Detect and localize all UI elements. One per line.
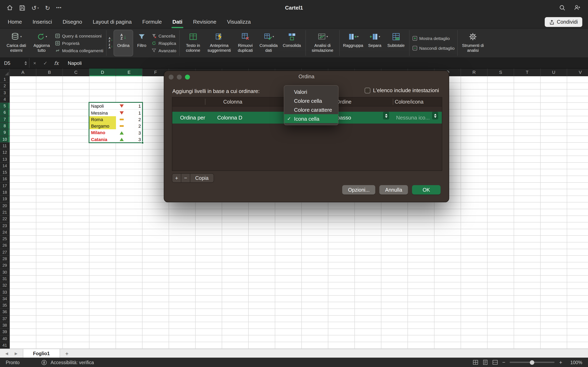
row-header-40[interactable]: 40 xyxy=(0,335,10,342)
row-header-32[interactable]: 32 xyxy=(0,282,10,289)
column-header-R[interactable]: R xyxy=(461,68,488,76)
ordina-button[interactable]: AZ ↓ Ordina xyxy=(114,30,133,56)
popup-item-colore-cella[interactable]: Colore cella xyxy=(284,96,338,105)
cell-E9[interactable]: 3 xyxy=(116,129,143,136)
cell-E7[interactable]: 2 xyxy=(116,116,143,123)
row-header-24[interactable]: 24 xyxy=(0,229,10,236)
cancella-button[interactable]: Cancella xyxy=(151,33,176,38)
column-header-E[interactable]: E xyxy=(116,68,143,76)
sort-ascending-button[interactable]: AZ ↓ xyxy=(109,37,113,42)
cell-D8[interactable]: Bergamo xyxy=(89,123,116,129)
separa-button[interactable]: ▾ Separa xyxy=(365,30,385,56)
row-header-36[interactable]: 36 xyxy=(0,309,10,316)
menu-tab-home[interactable]: Home xyxy=(2,16,27,28)
testo-colonne-button[interactable]: Testo in colonne xyxy=(182,30,205,56)
row-header-17[interactable]: 17 xyxy=(0,183,10,189)
row-header-26[interactable]: 26 xyxy=(0,242,10,249)
color-icon-dropdown-stepper-icon[interactable] xyxy=(432,112,438,119)
anteprima-suggerimenti-button[interactable]: Anteprima suggerimenti xyxy=(205,30,234,56)
sheet-tab-foglio1[interactable]: Foglio1 xyxy=(23,349,60,358)
page-break-view-icon[interactable] xyxy=(493,360,498,365)
next-sheet-icon[interactable]: ▶ xyxy=(15,351,17,355)
row-header-23[interactable]: 23 xyxy=(0,222,10,229)
popup-item-colore-carattere[interactable]: Colore carattere xyxy=(284,105,338,114)
zoom-in-icon[interactable]: + xyxy=(559,359,562,365)
home-icon[interactable] xyxy=(7,4,13,11)
previous-sheet-icon[interactable]: ◀ xyxy=(5,351,8,355)
cell-D5[interactable]: Napoli xyxy=(89,103,116,109)
rimuovi-duplicati-button[interactable]: Rimuovi duplicati xyxy=(234,30,257,56)
zoom-slider-thumb[interactable] xyxy=(530,360,535,365)
column-dropdown-value[interactable]: Colonna D xyxy=(217,112,242,124)
convalida-dati-button[interactable]: ▾ Convalida dati xyxy=(257,30,281,56)
column-header-S[interactable]: S xyxy=(488,68,514,76)
subtotale-button[interactable]: Subtotale xyxy=(385,30,407,56)
row-header-27[interactable]: 27 xyxy=(0,249,10,256)
headers-checkbox[interactable] xyxy=(364,87,370,93)
select-all-corner[interactable] xyxy=(0,68,10,76)
row-header-20[interactable]: 20 xyxy=(0,202,10,209)
menu-tab-disegno[interactable]: Disegno xyxy=(57,16,87,28)
add-sheet-button[interactable]: + xyxy=(60,349,74,358)
search-icon[interactable] xyxy=(559,4,566,11)
row-header-7[interactable]: 7 xyxy=(0,116,10,123)
sort-descending-button[interactable]: ZA ↓ xyxy=(109,44,113,49)
consolida-button[interactable]: Consolida xyxy=(281,30,303,56)
color-icon-dropdown-value[interactable]: Nessuna ico... xyxy=(396,112,430,124)
remove-level-button[interactable]: − xyxy=(181,173,190,183)
aggiorna-tutto-button[interactable]: ▾ Aggiorna tutto xyxy=(29,30,54,56)
carica-dati-button[interactable]: ▾ Carica dati esterni xyxy=(4,30,29,56)
modifica-collegamenti-button[interactable]: Modifica collegamenti xyxy=(55,48,103,53)
row-header-5[interactable]: 5 xyxy=(0,103,10,109)
mostra-dettaglio-button[interactable]: Mostra dettaglio xyxy=(412,36,455,41)
row-header-33[interactable]: 33 xyxy=(0,289,10,296)
accessibility-label[interactable]: Accessibilità: verifica xyxy=(51,360,94,365)
row-header-15[interactable]: 15 xyxy=(0,169,10,176)
row-header-22[interactable]: 22 xyxy=(0,216,10,222)
row-header-35[interactable]: 35 xyxy=(0,302,10,309)
name-box[interactable]: D5 xyxy=(0,58,29,68)
confirm-entry-icon[interactable]: ✓ xyxy=(40,60,51,66)
row-header-31[interactable]: 31 xyxy=(0,276,10,282)
cell-D10[interactable]: Catania xyxy=(89,136,116,143)
cell-E10[interactable]: 3 xyxy=(116,136,143,143)
options-button[interactable]: Opzioni... xyxy=(342,185,375,194)
menu-tab-revisione[interactable]: Revisione xyxy=(188,16,222,28)
normal-view-icon[interactable] xyxy=(473,360,478,365)
row-header-4[interactable]: 4 xyxy=(0,96,10,103)
insert-function-icon[interactable]: fx xyxy=(51,60,62,66)
strumenti-analisi-button[interactable]: Strumenti di analisi xyxy=(460,30,486,56)
column-header-A[interactable]: A xyxy=(10,68,36,76)
row-header-34[interactable]: 34 xyxy=(0,296,10,302)
menu-tab-inserisci[interactable]: Inserisci xyxy=(27,16,57,28)
redo-icon[interactable]: ↻ xyxy=(45,5,50,11)
row-header-25[interactable]: 25 xyxy=(0,236,10,242)
row-header-38[interactable]: 38 xyxy=(0,322,10,329)
row-header-6[interactable]: 6 xyxy=(0,109,10,116)
zoom-level-label[interactable]: 100% xyxy=(567,360,582,365)
row-header-11[interactable]: 11 xyxy=(0,143,10,150)
row-header-37[interactable]: 37 xyxy=(0,315,10,322)
filtro-button[interactable]: Filtro xyxy=(133,30,151,56)
row-header-28[interactable]: 28 xyxy=(0,256,10,262)
page-layout-view-icon[interactable] xyxy=(483,360,488,365)
row-header-1[interactable]: 1 xyxy=(0,76,10,83)
copy-level-button[interactable]: Copia xyxy=(190,173,214,183)
column-header-V[interactable]: V xyxy=(567,68,588,76)
row-header-3[interactable]: 3 xyxy=(0,90,10,96)
menu-tab-layout-di-pagina[interactable]: Layout di pagina xyxy=(87,16,137,28)
row-header-9[interactable]: 9 xyxy=(0,129,10,136)
row-header-12[interactable]: 12 xyxy=(0,150,10,156)
zoom-slider[interactable] xyxy=(510,362,555,363)
query-connections-button[interactable]: Query & connessioni xyxy=(55,33,103,38)
zoom-out-icon[interactable]: − xyxy=(502,359,505,365)
name-box-stepper-icon[interactable] xyxy=(25,61,27,65)
popup-item-icona-cella[interactable]: ✓Icona cella xyxy=(284,114,338,123)
ok-button[interactable]: OK xyxy=(412,185,441,194)
cancel-button[interactable]: Annulla xyxy=(379,185,408,194)
menu-tab-visualizza[interactable]: Visualizza xyxy=(222,16,256,28)
order-dropdown-stepper-icon[interactable] xyxy=(383,112,389,119)
cell-D7[interactable]: Roma xyxy=(89,116,116,123)
share-button[interactable]: Condividi xyxy=(545,17,582,27)
row-header-30[interactable]: 30 xyxy=(0,269,10,276)
